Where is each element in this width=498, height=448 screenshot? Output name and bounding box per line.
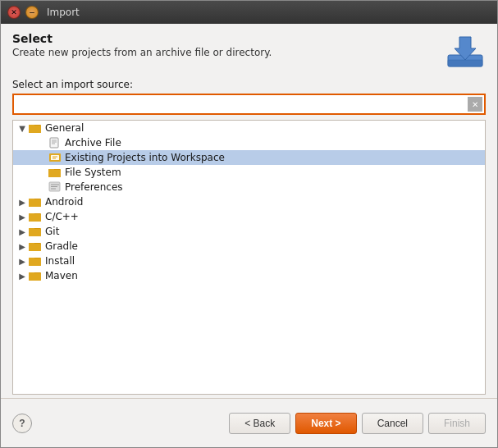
expand-icon-maven: ▶ (16, 272, 28, 281)
expand-icon-android: ▶ (16, 198, 28, 207)
svg-rect-35 (29, 258, 41, 266)
window-title: Import (47, 7, 80, 18)
close-button[interactable]: ✕ (7, 6, 21, 19)
tree-item-android-label: Android (45, 196, 83, 208)
titlebar: ✕ − Import (1, 1, 497, 24)
button-group: < Back Next > Cancel Finish (229, 413, 486, 434)
tree-item-install-label: Install (45, 255, 75, 267)
expand-icon-general: ▼ (16, 124, 28, 133)
svg-rect-29 (29, 229, 41, 236)
search-label: Select an import source: (12, 79, 486, 90)
tree-item-general[interactable]: ▼ General (13, 121, 485, 135)
search-input[interactable] (14, 95, 468, 113)
header-text: Select Create new projects from an archi… (12, 32, 438, 66)
svg-rect-38 (29, 273, 41, 281)
tree-container[interactable]: ▼ General Archive File Exis (12, 120, 486, 395)
svg-rect-6 (50, 138, 58, 148)
expand-icon-gradle: ▶ (16, 242, 28, 251)
main-content: Select Create new projects from an archi… (1, 24, 497, 395)
tree-item-file-system[interactable]: File System (13, 165, 485, 180)
folder-icon-install (28, 255, 43, 267)
minimize-button[interactable]: − (25, 6, 39, 19)
tree-item-archive-label: Archive File (65, 137, 121, 149)
svg-rect-1 (448, 60, 482, 66)
folder-icon-git (28, 226, 43, 237)
svg-rect-5 (29, 126, 41, 133)
folder-icon-fs (48, 167, 62, 178)
back-button[interactable]: < Back (229, 413, 290, 434)
tree-item-cpp-label: C/C++ (45, 211, 79, 222)
expand-icon-install: ▶ (16, 257, 28, 266)
back-label: < Back (244, 418, 275, 429)
bottom-bar: ? < Back Next > Cancel Finish (1, 398, 497, 447)
section-title: Select (12, 32, 438, 45)
tree-item-install[interactable]: ▶ Install (13, 254, 485, 268)
tree-item-general-label: General (45, 122, 84, 134)
tree-item-preferences[interactable]: Preferences (13, 180, 485, 194)
tree-item-android[interactable]: ▶ Android (13, 194, 485, 209)
svg-rect-11 (51, 155, 59, 160)
tree-item-maven[interactable]: ▶ Maven (13, 268, 485, 283)
section-desc: Create new projects from an archive file… (12, 47, 438, 58)
tree-item-maven-label: Maven (45, 270, 78, 281)
folder-icon-maven (28, 270, 43, 281)
clear-icon: ✕ (472, 100, 478, 109)
import-icon-svg (445, 32, 486, 70)
folder-icon-android (28, 196, 43, 208)
search-clear-button[interactable]: ✕ (468, 97, 482, 112)
tree-item-git-label: Git (45, 226, 59, 237)
header-row: Select Create new projects from an archi… (12, 32, 486, 72)
svg-rect-26 (29, 214, 41, 222)
tree-item-existing-projects[interactable]: Existing Projects into Workspace (13, 150, 485, 165)
svg-rect-32 (29, 244, 41, 251)
close-icon: ✕ (11, 8, 17, 16)
minimize-icon: − (29, 8, 35, 16)
svg-rect-23 (29, 199, 41, 207)
tree-item-prefs-label: Preferences (65, 181, 123, 193)
tree-item-cpp[interactable]: ▶ C/C++ (13, 209, 485, 224)
expand-icon-git: ▶ (16, 227, 28, 236)
file-icon-prefs (48, 181, 62, 193)
file-icon-existing (48, 152, 62, 163)
svg-rect-16 (48, 170, 61, 177)
cancel-label: Cancel (377, 418, 408, 429)
folder-icon-gradle (28, 240, 43, 252)
folder-icon-cpp (28, 211, 43, 222)
next-button[interactable]: Next > (295, 413, 356, 434)
search-row: ✕ (12, 94, 486, 115)
tree-item-existing-label: Existing Projects into Workspace (65, 152, 225, 163)
tree-item-gradle[interactable]: ▶ Gradle (13, 239, 485, 254)
tree-item-gradle-label: Gradle (45, 240, 78, 252)
finish-button[interactable]: Finish (428, 413, 486, 434)
tree-item-fs-label: File System (65, 167, 121, 178)
help-button[interactable]: ? (12, 414, 32, 433)
cancel-button[interactable]: Cancel (362, 413, 423, 434)
file-icon-archive (48, 137, 62, 149)
finish-label: Finish (444, 418, 470, 429)
import-icon (445, 32, 486, 72)
help-icon: ? (19, 418, 25, 429)
folder-icon-general (28, 122, 43, 134)
import-dialog: ✕ − Import Select Create new projects fr… (0, 0, 498, 448)
next-label: Next > (311, 418, 340, 429)
tree-item-git[interactable]: ▶ Git (13, 224, 485, 239)
tree-item-archive-file[interactable]: Archive File (13, 135, 485, 150)
expand-icon-cpp: ▶ (16, 213, 28, 222)
